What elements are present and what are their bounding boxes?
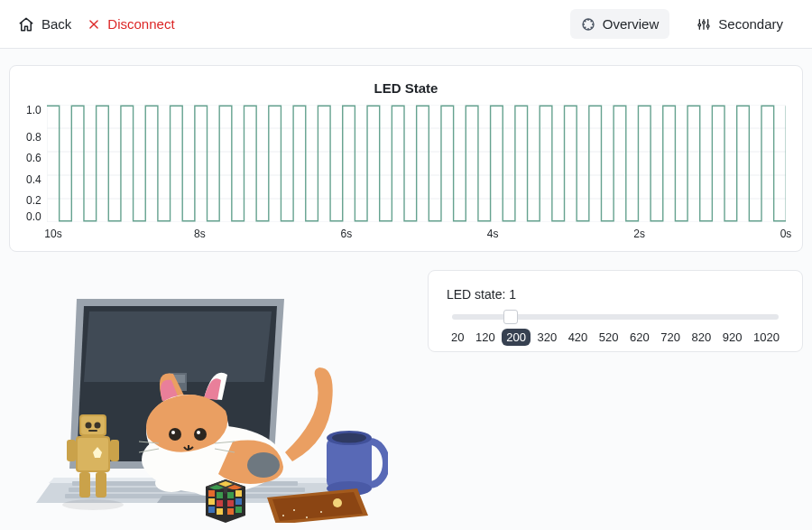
- x-tick: 6s: [340, 228, 352, 240]
- x-tick: 2s: [633, 228, 645, 240]
- svg-point-56: [320, 511, 322, 513]
- y-tick: 0.2: [26, 195, 42, 206]
- slider-mark[interactable]: 720: [656, 329, 685, 346]
- svg-point-55: [306, 516, 308, 518]
- slider-label: LED state: 1: [447, 287, 784, 302]
- svg-point-44: [62, 499, 124, 510]
- svg-rect-68: [217, 508, 223, 515]
- slider-mark[interactable]: 200: [502, 329, 531, 346]
- topbar-right: Overview Secondary: [570, 9, 794, 39]
- tab-secondary-label: Secondary: [718, 16, 783, 32]
- svg-point-53: [282, 515, 284, 516]
- slider-mark[interactable]: 820: [687, 329, 716, 346]
- svg-point-26: [247, 452, 280, 478]
- slider-mark[interactable]: 1020: [749, 329, 784, 346]
- tab-overview[interactable]: Overview: [570, 9, 670, 39]
- chart-plot: [47, 105, 786, 222]
- x-tick: 4s: [487, 228, 499, 240]
- topbar-left: Back Disconnect: [18, 16, 175, 33]
- x-tick: 10s: [44, 228, 61, 240]
- sliders-icon: [697, 17, 711, 32]
- svg-point-31: [155, 474, 188, 492]
- back-label: Back: [42, 16, 71, 32]
- svg-rect-73: [235, 498, 242, 505]
- x-tick: 8s: [194, 228, 206, 240]
- slider-mark[interactable]: 120: [471, 329, 500, 346]
- svg-rect-43: [96, 472, 106, 497]
- slider-mark[interactable]: 420: [564, 329, 593, 346]
- slider-mark[interactable]: 20: [447, 329, 468, 346]
- y-tick: 1.0: [26, 105, 42, 116]
- svg-point-54: [293, 509, 295, 511]
- svg-rect-70: [227, 492, 234, 498]
- slider-track[interactable]: [452, 314, 779, 320]
- y-tick: 0.8: [26, 132, 42, 143]
- disconnect-label: Disconnect: [107, 16, 174, 32]
- svg-rect-67: [208, 507, 215, 513]
- y-tick: 0.6: [26, 153, 42, 163]
- svg-marker-21: [84, 311, 272, 382]
- svg-point-37: [86, 423, 92, 429]
- svg-point-29: [171, 431, 175, 434]
- chart-title: LED State: [26, 80, 786, 96]
- slider-thumb[interactable]: [503, 310, 518, 324]
- slider-mark[interactable]: 620: [625, 329, 654, 346]
- dashboard-icon: [581, 17, 595, 32]
- y-tick: 0.4: [26, 174, 42, 185]
- close-icon: [88, 18, 100, 31]
- svg-rect-42: [79, 472, 90, 497]
- svg-rect-39: [88, 430, 97, 432]
- disconnect-button[interactable]: Disconnect: [88, 16, 174, 32]
- back-button[interactable]: Back: [18, 16, 71, 33]
- content: LED State 1.0 0.8 0.6 0.4 0.2 0.0 10s8s6…: [0, 49, 812, 523]
- svg-rect-75: [235, 507, 242, 513]
- illustration: [9, 270, 406, 523]
- svg-rect-63: [208, 490, 215, 497]
- svg-rect-65: [208, 498, 215, 505]
- chart-card: LED State 1.0 0.8 0.6 0.4 0.2 0.0 10s8s6…: [9, 65, 803, 252]
- y-tick: 0.0: [26, 211, 42, 222]
- svg-rect-72: [227, 500, 234, 507]
- topbar: Back Disconnect Overview Secondary: [0, 0, 812, 49]
- slider-mark[interactable]: 320: [532, 329, 561, 346]
- slider-mark[interactable]: 520: [595, 329, 623, 346]
- svg-point-27: [169, 428, 181, 441]
- svg-rect-46: [327, 438, 372, 488]
- slider-mark[interactable]: 920: [718, 329, 747, 346]
- home-icon: [18, 16, 34, 33]
- svg-rect-41: [110, 440, 119, 461]
- svg-point-52: [333, 498, 342, 507]
- svg-rect-40: [67, 440, 76, 461]
- svg-rect-66: [217, 500, 223, 507]
- tab-overview-label: Overview: [603, 16, 660, 32]
- svg-point-38: [95, 423, 101, 429]
- svg-point-28: [194, 428, 207, 441]
- tab-secondary[interactable]: Secondary: [686, 9, 794, 39]
- svg-rect-71: [235, 490, 242, 497]
- x-axis: 10s8s6s4s2s0s: [53, 228, 786, 244]
- x-tick: 0s: [780, 228, 792, 240]
- slider-card: LED state: 1 201202003204205206207208209…: [428, 270, 803, 352]
- svg-rect-74: [227, 508, 234, 515]
- svg-point-30: [197, 431, 200, 434]
- y-axis: 1.0 0.8 0.6 0.4 0.2 0.0: [26, 105, 47, 222]
- svg-rect-64: [217, 492, 223, 498]
- slider-marks: 201202003204205206207208209201020: [447, 329, 784, 346]
- svg-rect-34: [78, 438, 108, 470]
- svg-point-48: [332, 433, 366, 443]
